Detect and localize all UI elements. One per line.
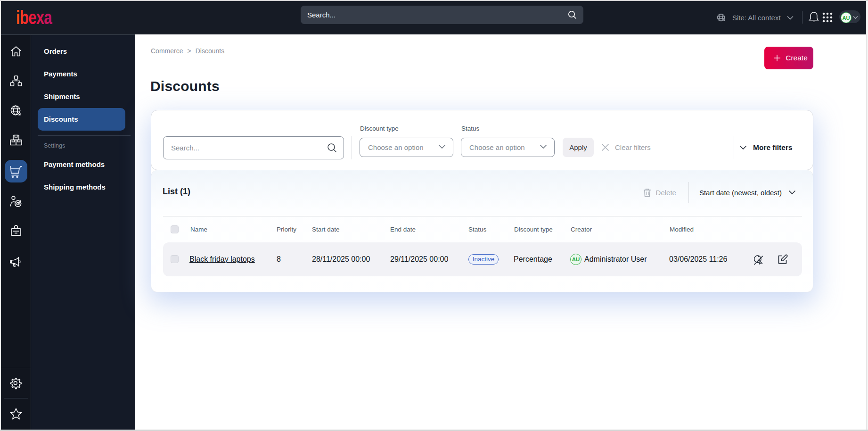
svg-text:ibexa: ibexa <box>16 8 53 28</box>
